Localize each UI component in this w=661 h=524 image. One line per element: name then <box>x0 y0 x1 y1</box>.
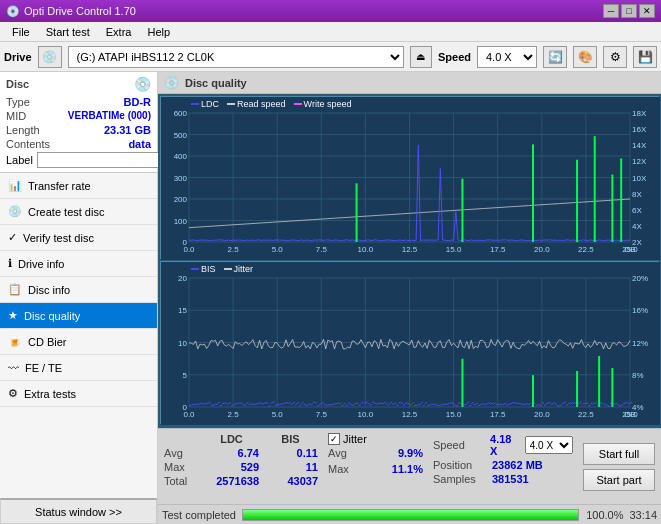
speed-dropdown[interactable]: 4.0 X <box>525 436 573 454</box>
status-window-button[interactable]: Status window >> <box>0 498 157 524</box>
jitter-label: Jitter <box>343 433 367 445</box>
cd-bier-label: CD Bier <box>28 336 67 348</box>
legend-bis: BIS <box>191 264 216 274</box>
position-key: Position <box>433 459 488 471</box>
sidebar-item-verify-test-disc[interactable]: ✓ Verify test disc <box>0 225 157 251</box>
nav-items: 📊 Transfer rate 💿 Create test disc ✓ Ver… <box>0 173 157 498</box>
legend-ldc-dot <box>191 103 199 105</box>
disc-label-key: Label <box>6 154 33 166</box>
jitter-checkbox[interactable]: ✓ <box>328 433 340 445</box>
disc-panel-header: Disc 💿 <box>6 76 151 92</box>
stats-avg-ldc: 6.74 <box>204 447 259 459</box>
chart1-canvas <box>161 97 660 260</box>
minimize-button[interactable]: ─ <box>603 4 619 18</box>
disc-panel-label: Disc <box>6 78 29 90</box>
menu-start-test[interactable]: Start test <box>38 24 98 40</box>
eject-button[interactable]: ⏏ <box>410 46 432 68</box>
stats-avg-row: Avg 6.74 0.11 <box>164 447 318 459</box>
status-window-label: Status window >> <box>35 506 122 518</box>
menu-file[interactable]: File <box>4 24 38 40</box>
buttons-section: Start full Start part <box>583 433 655 500</box>
sidebar-item-extra-tests[interactable]: ⚙ Extra tests <box>0 381 157 407</box>
sidebar-item-create-test-disc[interactable]: 💿 Create test disc <box>0 199 157 225</box>
progress-label: Test completed <box>162 509 236 521</box>
stats-empty-label <box>164 433 200 445</box>
sidebar: Disc 💿 Type BD-R MID VERBATIMe (000) Len… <box>0 72 158 524</box>
stats-header-row: LDC BIS <box>164 433 318 445</box>
legend-read-dot <box>227 103 235 105</box>
drive-select[interactable]: (G:) ATAPI iHBS112 2 CL0K <box>68 46 404 68</box>
menu-bar: File Start test Extra Help <box>0 22 661 42</box>
maximize-button[interactable]: □ <box>621 4 637 18</box>
close-button[interactable]: ✕ <box>639 4 655 18</box>
disc-panel-icon: 💿 <box>134 76 151 92</box>
disc-length-row: Length 23.31 GB <box>6 124 151 136</box>
disc-length-key: Length <box>6 124 40 136</box>
color-button[interactable]: 🎨 <box>573 46 597 68</box>
sidebar-item-drive-info[interactable]: ℹ Drive info <box>0 251 157 277</box>
app-title: Opti Drive Control 1.70 <box>24 5 136 17</box>
title-bar: 💿 Opti Drive Control 1.70 ─ □ ✕ <box>0 0 661 22</box>
disc-contents-key: Contents <box>6 138 50 150</box>
menu-extra[interactable]: Extra <box>98 24 140 40</box>
stats-max-bis: 11 <box>263 461 318 473</box>
title-bar-controls: ─ □ ✕ <box>603 4 655 18</box>
fe-te-label: FE / TE <box>25 362 62 374</box>
start-full-button[interactable]: Start full <box>583 443 655 465</box>
legend-jitter-label: Jitter <box>234 264 254 274</box>
legend-bis-label: BIS <box>201 264 216 274</box>
verify-test-disc-label: Verify test disc <box>23 232 94 244</box>
jitter-checkbox-row: ✓ Jitter <box>328 433 423 445</box>
disc-contents-row: Contents data <box>6 138 151 150</box>
speed-select[interactable]: 4.0 X 1.0 X 2.0 X 8.0 X <box>477 46 537 68</box>
jitter-avg-label: Avg <box>328 447 364 459</box>
chart1-container: LDC Read speed Write speed <box>160 96 659 259</box>
disc-info-icon: 📋 <box>8 283 22 296</box>
chart2-container: BIS Jitter <box>160 261 659 424</box>
speed-value: 4.18 X <box>490 433 521 457</box>
save-button[interactable]: 💾 <box>633 46 657 68</box>
legend-write-speed: Write speed <box>294 99 352 109</box>
extra-tests-icon: ⚙ <box>8 387 18 400</box>
legend-bis-dot <box>191 268 199 270</box>
legend-jitter-dot <box>224 268 232 270</box>
disc-mid-val: VERBATIMe (000) <box>68 110 151 122</box>
sidebar-item-cd-bier[interactable]: 🍺 CD Bier <box>0 329 157 355</box>
jitter-avg-row: Avg 9.9% <box>328 447 423 459</box>
speed-section: Speed 4.18 X 4.0 X Position 23862 MB Sam… <box>433 433 573 500</box>
disc-mid-row: MID VERBATIMe (000) <box>6 110 151 122</box>
refresh-button[interactable]: 🔄 <box>543 46 567 68</box>
sidebar-item-transfer-rate[interactable]: 📊 Transfer rate <box>0 173 157 199</box>
sidebar-item-fe-te[interactable]: 〰 FE / TE <box>0 355 157 381</box>
disc-panel: Disc 💿 Type BD-R MID VERBATIMe (000) Len… <box>0 72 157 173</box>
disc-label-input[interactable] <box>37 152 170 168</box>
stats-avg-bis: 0.11 <box>263 447 318 459</box>
disc-length-val: 23.31 GB <box>104 124 151 136</box>
position-value: 23862 MB <box>492 459 543 471</box>
sidebar-item-disc-info[interactable]: 📋 Disc info <box>0 277 157 303</box>
samples-value: 381531 <box>492 473 529 485</box>
stats-table: LDC BIS Avg 6.74 0.11 Max 529 11 Total 2… <box>164 433 318 500</box>
create-test-disc-icon: 💿 <box>8 205 22 218</box>
start-part-button[interactable]: Start part <box>583 469 655 491</box>
verify-test-disc-icon: ✓ <box>8 231 17 244</box>
settings-button[interactable]: ⚙ <box>603 46 627 68</box>
drive-info-label: Drive info <box>18 258 64 270</box>
chart1-legend: LDC Read speed Write speed <box>191 99 351 109</box>
stats-bis-header: BIS <box>263 433 318 445</box>
legend-ldc: LDC <box>191 99 219 109</box>
chart-title: Disc quality <box>185 77 247 89</box>
jitter-section: ✓ Jitter Avg 9.9% Max 11.1% <box>328 433 423 500</box>
drive-label: Drive <box>4 51 32 63</box>
disc-label-row: Label ⚙ <box>6 152 151 168</box>
sidebar-item-disc-quality[interactable]: ★ Disc quality <box>0 303 157 329</box>
disc-quality-icon: ★ <box>8 309 18 322</box>
title-bar-left: 💿 Opti Drive Control 1.70 <box>6 5 136 18</box>
chart2-legend: BIS Jitter <box>191 264 253 274</box>
jitter-max-row: Max 11.1% <box>328 463 423 475</box>
speed-value-row: Speed 4.18 X 4.0 X <box>433 433 573 457</box>
charts-area: LDC Read speed Write speed <box>158 94 661 428</box>
menu-help[interactable]: Help <box>139 24 178 40</box>
stats-total-label: Total <box>164 475 200 487</box>
stats-total-ldc: 2571638 <box>204 475 259 487</box>
